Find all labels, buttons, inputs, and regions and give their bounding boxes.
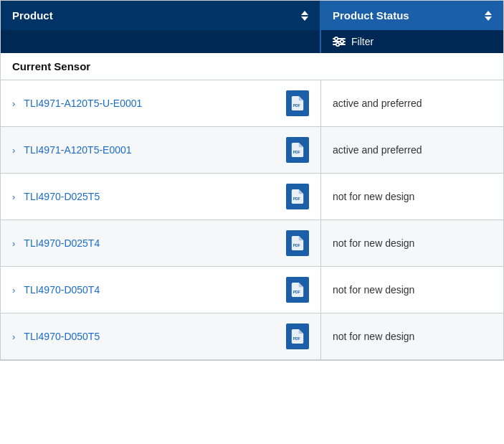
sort-up-icon — [485, 11, 492, 15]
product-cell: › TLI4971-A120T5-U-E0001 PDF — [1, 80, 321, 126]
product-column-label: Product — [12, 9, 53, 22]
product-link[interactable]: TLI4970-D050T5 — [24, 331, 100, 342]
product-cell: › TLI4971-A120T5-E0001 PDF — [1, 127, 321, 173]
svg-text:PDF: PDF — [293, 243, 300, 247]
pdf-icon[interactable]: PDF — [286, 137, 309, 163]
svg-text:PDF: PDF — [293, 150, 300, 154]
sort-down-icon — [485, 16, 492, 21]
pdf-icon[interactable]: PDF — [286, 277, 309, 303]
pdf-file-icon: PDF — [291, 143, 304, 157]
svg-point-3 — [335, 37, 338, 40]
filter-label: Filter — [351, 36, 374, 47]
category-row: Current Sensor — [1, 53, 503, 80]
filter-icon — [333, 36, 346, 47]
svg-text:PDF: PDF — [293, 197, 300, 201]
product-link[interactable]: TLI4971-A120T5-E0001 — [24, 144, 131, 156]
table-row: › TLI4970-D025T4 PDF not for new design — [1, 220, 503, 267]
table-row: › TLI4971-A120T5-E0001 PDF active and pr… — [1, 127, 503, 174]
status-value: active and preferred — [333, 98, 422, 109]
pdf-icon[interactable]: PDF — [286, 230, 309, 256]
filter-row: Filter — [1, 30, 503, 53]
svg-text:PDF: PDF — [293, 103, 300, 108]
pdf-file-icon: PDF — [291, 283, 304, 297]
status-cell: not for new design — [321, 220, 503, 266]
pdf-file-icon: PDF — [291, 236, 304, 250]
product-table: Product Product Status — [0, 0, 504, 361]
product-cell: › TLI4970-D050T4 PDF — [1, 267, 321, 313]
status-sort-icon[interactable] — [485, 11, 492, 21]
svg-point-5 — [336, 43, 339, 46]
table-row: › TLI4970-D025T5 PDF not for new design — [1, 174, 503, 220]
status-value: not for new design — [333, 284, 414, 296]
product-link[interactable]: TLI4970-D025T4 — [24, 237, 100, 249]
table-header: Product Product Status — [1, 1, 503, 30]
svg-text:PDF: PDF — [293, 336, 300, 341]
row-chevron-icon: › — [12, 98, 15, 109]
pdf-file-icon: PDF — [291, 189, 304, 204]
pdf-icon[interactable]: PDF — [286, 323, 309, 349]
row-chevron-icon: › — [12, 238, 15, 249]
product-sort-icon[interactable] — [301, 11, 308, 21]
product-column-header[interactable]: Product — [1, 1, 321, 30]
filter-empty-cell — [1, 30, 321, 53]
status-cell: not for new design — [321, 174, 503, 219]
table-row: › TLI4970-D050T4 PDF not for new design — [1, 267, 503, 313]
row-chevron-icon: › — [12, 285, 15, 296]
row-chevron-icon: › — [12, 192, 15, 202]
table-row: › TLI4970-D050T5 PDF not for new design — [1, 313, 503, 360]
filter-button[interactable]: Filter — [321, 30, 503, 53]
pdf-icon[interactable]: PDF — [286, 90, 309, 116]
status-value: not for new design — [333, 331, 414, 342]
product-cell: › TLI4970-D025T5 PDF — [1, 174, 321, 219]
status-cell: active and preferred — [321, 127, 503, 173]
sort-up-icon — [301, 11, 308, 15]
status-value: not for new design — [333, 237, 414, 249]
sort-down-icon — [301, 16, 308, 21]
table-row: › TLI4971-A120T5-U-E0001 PDF active and … — [1, 80, 503, 127]
row-chevron-icon: › — [12, 145, 15, 156]
product-link[interactable]: TLI4970-D025T5 — [24, 191, 100, 202]
status-cell: not for new design — [321, 267, 503, 313]
category-label: Current Sensor — [12, 60, 90, 72]
status-column-header[interactable]: Product Status — [321, 1, 503, 30]
status-cell: active and preferred — [321, 80, 503, 126]
status-cell: not for new design — [321, 313, 503, 359]
product-cell: › TLI4970-D050T5 PDF — [1, 313, 321, 359]
svg-point-4 — [341, 40, 343, 43]
svg-text:PDF: PDF — [293, 290, 300, 294]
product-link[interactable]: TLI4971-A120T5-U-E0001 — [24, 98, 142, 109]
row-chevron-icon: › — [12, 331, 15, 342]
status-column-label: Product Status — [333, 9, 409, 22]
status-value: not for new design — [333, 191, 414, 202]
table-body: › TLI4971-A120T5-U-E0001 PDF active and … — [1, 80, 503, 360]
pdf-file-icon: PDF — [291, 96, 304, 110]
product-cell: › TLI4970-D025T4 PDF — [1, 220, 321, 266]
product-link[interactable]: TLI4970-D050T4 — [24, 284, 100, 296]
status-value: active and preferred — [333, 144, 422, 156]
pdf-file-icon: PDF — [291, 329, 304, 344]
pdf-icon[interactable]: PDF — [286, 184, 309, 209]
